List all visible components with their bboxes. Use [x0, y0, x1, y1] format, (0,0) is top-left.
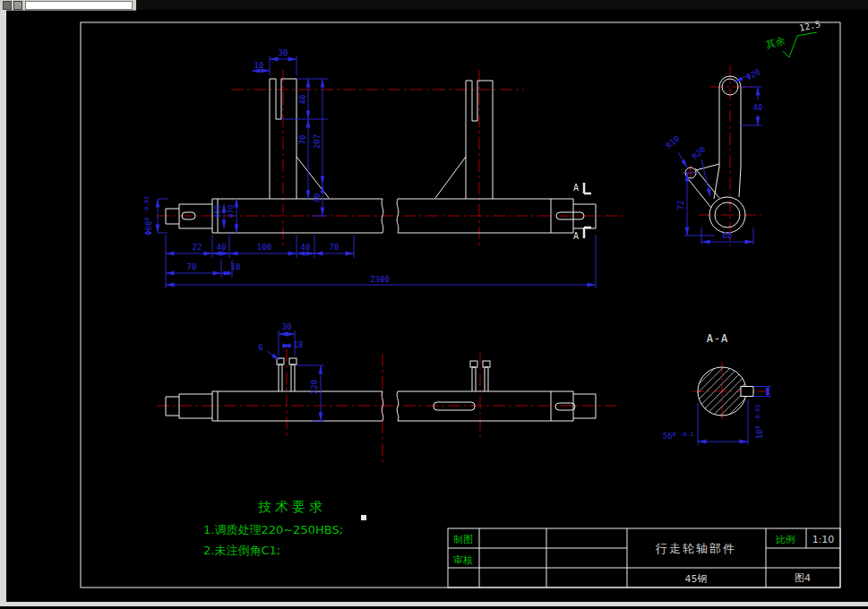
side-view: Φ20 40 R10 R20 72 60: [665, 65, 763, 246]
section-view: A-A 560 -0.1: [663, 332, 771, 445]
sheet-border: [81, 22, 840, 588]
front-dimensions: 30 10 40 70 207 40 Φ600 -0.03 Φ50 Φ70 22…: [143, 48, 596, 288]
dim-60: 60: [723, 231, 733, 240]
dim-key-10: 100 -0.03: [754, 405, 764, 439]
dim-shaft-diameter: Φ600 -0.03: [143, 196, 153, 236]
toolbar-button-icon[interactable]: [13, 1, 22, 10]
dim-fork-height: 207: [313, 134, 322, 149]
window-menu-icon[interactable]: [3, 1, 12, 10]
roughness-symbol-icon: [783, 32, 817, 57]
chain-dim-40b: 40: [301, 243, 311, 252]
chain-dim-70: 70: [330, 243, 339, 252]
cad-application-window: 30 10 40 70 207 40 Φ600 -0.03 Φ50 Φ70 22…: [0, 0, 868, 609]
dim-r10: R10: [665, 134, 682, 150]
scale-label: 比例: [776, 534, 795, 545]
fork1-pin-cap-b: [289, 358, 296, 365]
pickbox-marker: [361, 515, 366, 520]
technical-notes: 技术要求 1.调质处理220~250HBS; 2.未注倒角C1;: [203, 499, 366, 557]
section-dimensions: 560 -0.1 100 -0.03: [663, 387, 771, 446]
dim-6: 6: [258, 343, 262, 352]
dim-56: 560 -0.1: [663, 431, 693, 441]
dim-dia70: Φ70: [228, 205, 236, 219]
dim-10-tolerance: 0 -0.03: [754, 405, 761, 429]
part-name: 行走轮轴部件: [655, 542, 736, 555]
dim-220: 220: [310, 380, 319, 394]
bottom-view: 30 18 6 220: [157, 322, 616, 464]
dim-overall-length: 2300: [370, 275, 390, 284]
dim-fork-width: 30: [279, 48, 288, 57]
side-dimensions: Φ20 40 R10 R20 72 60: [665, 67, 763, 244]
dim-70-lower: 70: [187, 262, 197, 271]
dim-dia50: Φ50: [214, 205, 222, 219]
surface-roughness-note: 其余 12.5: [764, 19, 821, 57]
front-view: 30 10 40 70 207 40 Φ600 -0.03 Φ50 Φ70 22…: [143, 48, 627, 288]
dim-30-bottom: 30: [282, 322, 292, 331]
section-keyway: [741, 387, 753, 397]
chain-dim-100: 100: [257, 243, 271, 252]
dim-40-side: 40: [753, 103, 763, 112]
drawing-canvas[interactable]: 30 10 40 70 207 40 Φ600 -0.03 Φ50 Φ70 22…: [0, 0, 868, 609]
dim-fork-mid: 70: [298, 135, 307, 145]
figure-number: 图4: [795, 572, 811, 584]
section-title: A-A: [707, 332, 729, 345]
dim-dia20: Φ20: [744, 67, 761, 81]
scale-value: 1:10: [812, 534, 835, 545]
dim-72: 72: [676, 201, 685, 210]
dim-10-value: 10: [755, 429, 764, 439]
dim-56-tolerance: 0 -0.1: [673, 431, 694, 438]
bottom-keyway-2: [555, 403, 575, 410]
bottom-window-edge: [0, 602, 868, 606]
front-centerlines: [157, 70, 627, 249]
section-mark-bottom: A: [573, 231, 579, 241]
dim-18: 18: [294, 340, 304, 349]
chain-dim-40a: 40: [217, 243, 227, 252]
dia60-value: Φ60: [144, 221, 153, 236]
toolbar-field[interactable]: [25, 1, 133, 10]
dim-10-lower: 10: [231, 262, 241, 271]
left-window-edge: [0, 10, 6, 603]
roughness-label: 其余: [764, 35, 786, 51]
dim-slot-depth: 40: [298, 95, 307, 105]
section-mark-top: A: [573, 183, 579, 193]
bottom-centerlines: [157, 349, 616, 464]
dim-56-value: 56: [663, 432, 673, 441]
fork2-pin-cap-b: [483, 361, 490, 367]
dim-offset-10: 10: [254, 61, 264, 70]
fork2-pin-cap-a: [470, 361, 477, 367]
notes-item-1: 1.调质处理220~250HBS;: [203, 523, 343, 536]
link-outline: [686, 76, 741, 208]
dim-r20: R20: [691, 145, 708, 161]
checked-label: 审核: [453, 554, 473, 566]
fork-2-outline: [435, 81, 493, 199]
material: 45钢: [685, 573, 708, 585]
dia60-tolerance: 0 -0.03: [143, 196, 150, 220]
drafted-label: 制图: [453, 534, 473, 545]
roughness-value: 12.5: [798, 19, 821, 33]
toolbar-left-segment: [0, 0, 136, 11]
notes-title: 技术要求: [258, 499, 326, 515]
title-block: 制图 审核 行走轮轴部件 比例 1:10 45钢 图4: [448, 528, 840, 588]
notes-item-2: 2.未注倒角C1;: [203, 544, 280, 557]
top-toolbar-strip: [0, 0, 868, 10]
dim-fork-base: 40: [313, 193, 322, 203]
chain-dim-22: 22: [193, 243, 202, 252]
